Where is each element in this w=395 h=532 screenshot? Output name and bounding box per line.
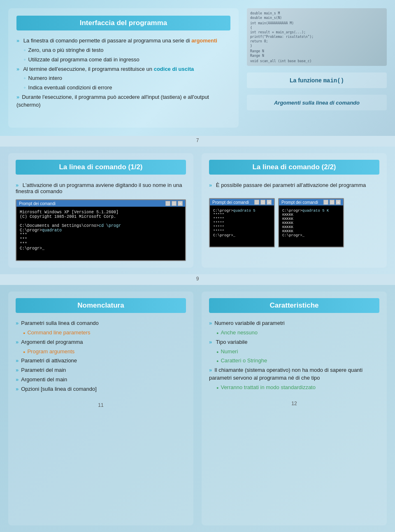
terminal-line: C:\Documents and Settings\corno>cd \prog…: [20, 224, 182, 228]
bullet-2: Zero, una o più stringhe di testo: [16, 46, 230, 55]
screenshot-content: double main_s M double main_s(N) int mai…: [247, 8, 387, 66]
caratteristiche-list: Numero variabile di parametri Anche ness…: [209, 319, 379, 392]
bullet-6: Indica eventuali condizioni di errore: [16, 83, 230, 93]
t1-res[interactable]: □: [260, 200, 265, 205]
bullet-1: La finestra di comando permette di passa…: [16, 36, 230, 46]
nom-5: Argomenti del main: [16, 375, 186, 385]
t2-cls[interactable]: ×: [336, 200, 341, 205]
two-terminals: Prompt dei comandi _ □ × C:\progr>quadra…: [209, 193, 379, 247]
terminal-line: (C) Copyright 1985-2001 Microsoft Corp.: [20, 215, 182, 219]
terminal-title: Prompt dei comandi: [19, 201, 56, 206]
bot-left-panel: Nomenclatura Parametri sulla linea di co…: [8, 292, 193, 525]
t2-res[interactable]: □: [330, 200, 335, 205]
terminal-body: Microsoft Windows XP [Versione 5.1.2600]…: [16, 207, 185, 260]
t1-min[interactable]: _: [254, 200, 259, 205]
mid-left-text: » L'attivazione di un programma avviene …: [16, 180, 186, 194]
terminal-line: ***: [20, 233, 182, 237]
top-section: Interfaccia del programma La finestra di…: [0, 0, 395, 136]
top-right-panel: double main_s M double main_s(N) int mai…: [247, 8, 387, 128]
terminal-line: Microsoft Windows XP [Versione 5.1.2600]: [20, 210, 182, 215]
terminal-2-titlebar: Prompt dei comandi _ □ ×: [279, 199, 343, 205]
bot-left-title: Nomenclatura: [16, 298, 186, 313]
car-2: » Tipo variabile: [209, 338, 379, 347]
funzione-main-box: La funzione main(): [247, 72, 387, 88]
terminal-controls: _ □ ×: [165, 201, 183, 206]
highlight-codice: codice di uscita: [154, 66, 194, 72]
nom-6: Opzioni [sulla linea di comando]: [16, 385, 186, 394]
mid-right-text: » È possibile passare dei parametri all'…: [209, 180, 379, 188]
nom-4: Parametri del main: [16, 366, 186, 375]
bullet-5: Numero intero: [16, 74, 230, 83]
mid-left-title: La linea di comando (1/2): [16, 160, 186, 175]
mid-left-panel: La linea di comando (1/2) » L'attivazion…: [8, 153, 193, 268]
bot-right-panel: Caratteristiche Numero variabile di para…: [202, 292, 387, 525]
argomenti-box: Argomenti sulla linea di comando: [247, 95, 387, 110]
bottom-section: Nomenclatura Parametri sulla linea di co…: [0, 285, 395, 532]
nom-1-sub: Command line parameters: [16, 328, 186, 338]
page: Interfaccia del programma La finestra di…: [0, 0, 395, 532]
terminal-line: C:\progr>_: [20, 246, 182, 251]
top-left-bullets: La finestra di comando permette di passa…: [16, 36, 230, 110]
car-3: Il chiamante (sistema operativo) non ha …: [209, 366, 379, 383]
terminal-line: ***: [20, 237, 182, 242]
bullet-7: Durante l'esecuzione, il programma può a…: [16, 93, 230, 110]
terminal-2: Prompt dei comandi _ □ × C:\progr>quadra…: [278, 198, 344, 247]
terminal-line: [20, 219, 182, 224]
car-2-sub2: Caratteri o Stringhe: [209, 356, 379, 366]
middle-section: La linea di comando (1/2) » L'attivazion…: [0, 147, 395, 274]
terminal-titlebar: Prompt dei comandi _ □ ×: [16, 200, 185, 207]
argomenti-label: Argomenti sulla linea di comando: [274, 100, 360, 106]
nom-3: Parametri di attivazione: [16, 356, 186, 366]
car-3-sub: Verranno trattati in modo standardizzato: [209, 383, 379, 392]
top-left-title: Interfaccia del programma: [16, 16, 230, 30]
terminal-1-body: C:\progr>quadrato 5 ***** ***** ***** **…: [210, 205, 274, 247]
mid-right-panel: La linea di comando (2/2) » È possibile …: [202, 153, 387, 268]
bot-right-title: Caratteristiche: [209, 298, 379, 313]
terminal-line: ***: [20, 242, 182, 246]
bullet-3: Utilizzate dal programma come dati in in…: [16, 55, 230, 65]
highlight-argomenti: argomenti: [191, 37, 217, 44]
nom-2-sub: Program arguments: [16, 347, 186, 357]
nom-1: Parametri sulla linea di comando: [16, 319, 186, 328]
page-num-bot-right: 12: [209, 401, 379, 406]
terminal-main: Prompt dei comandi _ □ × Microsoft Windo…: [16, 199, 186, 261]
t1-cls[interactable]: ×: [267, 200, 272, 205]
mid-right-title: La linea di comando (2/2): [209, 160, 379, 175]
page-num-middle: 9: [0, 274, 395, 285]
page-num-top: 7: [0, 136, 395, 147]
terminal-close[interactable]: ×: [178, 201, 183, 206]
bullet-4: Al termine dell'esecuzione, il programma…: [16, 65, 230, 74]
terminal-1-titlebar: Prompt dei comandi _ □ ×: [210, 199, 274, 205]
funzione-code: main(): [323, 77, 344, 84]
car-1-sub: Anche nessuno: [209, 328, 379, 338]
terminal-1: Prompt dei comandi _ □ × C:\progr>quadra…: [209, 198, 275, 247]
top-left-panel: Interfaccia del programma La finestra di…: [8, 8, 239, 128]
car-1: Numero variabile di parametri: [209, 319, 379, 328]
t2-min[interactable]: _: [323, 200, 328, 205]
car-2-sub1: Numeri: [209, 347, 379, 357]
top-screenshot: double main_s M double main_s(N) int mai…: [247, 8, 387, 66]
nom-2: Argomenti del programma: [16, 338, 186, 347]
nomenclatura-list: Parametri sulla linea di comando Command…: [16, 319, 186, 394]
funzione-label: La funzione main(): [290, 77, 344, 84]
terminal-line: C:\progr>quadrato: [20, 228, 182, 233]
page-num-bot-left: 11: [16, 402, 186, 408]
terminal-minimize[interactable]: _: [165, 201, 170, 206]
terminal-restore[interactable]: □: [172, 201, 177, 206]
terminal-2-body: C:\progr>quadrato 5 K KKKKK KKKKK KKKKK …: [279, 205, 343, 247]
